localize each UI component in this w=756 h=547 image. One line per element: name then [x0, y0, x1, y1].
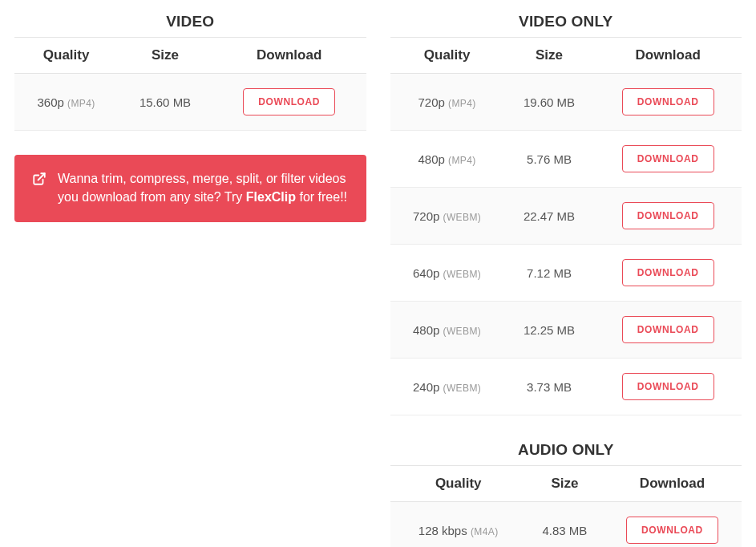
audio-only-title: AUDIO ONLY — [390, 436, 742, 465]
format-label: (WEBM) — [443, 212, 482, 223]
format-label: (WEBM) — [443, 326, 482, 337]
download-button[interactable]: DOWNLOAD — [622, 316, 714, 343]
format-label: (MP4) — [448, 98, 476, 109]
quality-label: 480p — [413, 323, 439, 337]
download-button[interactable]: DOWNLOAD — [243, 88, 335, 115]
quality-label: 720p — [418, 95, 444, 109]
quality-label: 640p — [413, 266, 439, 280]
promo-text: Wanna trim, compress, merge, split, or f… — [58, 169, 349, 206]
format-label: (WEBM) — [443, 269, 482, 280]
external-link-icon — [32, 172, 46, 206]
download-button[interactable]: DOWNLOAD — [622, 88, 714, 115]
col-size: Size — [504, 38, 595, 74]
download-button[interactable]: DOWNLOAD — [622, 202, 714, 229]
table-row: 720p (MP4) 19.60 MB DOWNLOAD — [390, 74, 742, 131]
svg-line-0 — [38, 173, 45, 180]
size-label: 4.83 MB — [527, 502, 603, 548]
table-row: 128 kbps (M4A) 4.83 MB DOWNLOAD — [390, 502, 742, 548]
quality-label: 360p — [38, 95, 64, 109]
quality-label: 480p — [418, 152, 444, 166]
download-button[interactable]: DOWNLOAD — [626, 517, 718, 544]
size-label: 19.60 MB — [504, 74, 595, 131]
video-only-section: VIDEO ONLY Quality Size Download 720p (M… — [390, 8, 742, 415]
format-label: (M4A) — [471, 526, 499, 537]
video-only-table: Quality Size Download 720p (MP4) 19.60 M… — [390, 37, 742, 415]
audio-only-section: AUDIO ONLY Quality Size Download 128 kbp… — [390, 436, 742, 547]
video-title: VIDEO — [14, 8, 366, 37]
quality-label: 720p — [413, 209, 439, 223]
size-label: 15.60 MB — [118, 74, 212, 131]
col-download: Download — [212, 38, 366, 74]
size-label: 5.76 MB — [504, 131, 595, 188]
table-row: 720p (WEBM) 22.47 MB DOWNLOAD — [390, 188, 742, 245]
table-row: 480p (WEBM) 12.25 MB DOWNLOAD — [390, 302, 742, 359]
quality-label: 128 kbps — [418, 524, 467, 537]
audio-only-table: Quality Size Download 128 kbps (M4A) 4.8… — [390, 465, 742, 547]
col-size: Size — [118, 38, 212, 74]
size-label: 3.73 MB — [504, 359, 595, 415]
promo-banner[interactable]: Wanna trim, compress, merge, split, or f… — [14, 155, 366, 222]
download-button[interactable]: DOWNLOAD — [622, 373, 714, 400]
col-quality: Quality — [390, 38, 504, 74]
col-download: Download — [603, 466, 742, 502]
format-label: (MP4) — [448, 155, 476, 166]
col-quality: Quality — [14, 38, 118, 74]
col-size: Size — [527, 466, 603, 502]
quality-label: 240p — [413, 380, 439, 394]
download-button[interactable]: DOWNLOAD — [622, 145, 714, 172]
table-row: 240p (WEBM) 3.73 MB DOWNLOAD — [390, 359, 742, 415]
size-label: 22.47 MB — [504, 188, 595, 245]
table-row: 480p (MP4) 5.76 MB DOWNLOAD — [390, 131, 742, 188]
format-label: (WEBM) — [443, 383, 482, 394]
video-section: VIDEO Quality Size Download 360p (MP4) — [14, 8, 366, 131]
col-quality: Quality — [390, 466, 527, 502]
video-table: Quality Size Download 360p (MP4) 15.60 M… — [14, 37, 366, 131]
table-row: 360p (MP4) 15.60 MB DOWNLOAD — [14, 74, 366, 131]
table-row: 640p (WEBM) 7.12 MB DOWNLOAD — [390, 245, 742, 302]
size-label: 7.12 MB — [504, 245, 595, 302]
download-button[interactable]: DOWNLOAD — [622, 259, 714, 286]
size-label: 12.25 MB — [504, 302, 595, 359]
video-only-title: VIDEO ONLY — [390, 8, 742, 37]
format-label: (MP4) — [67, 98, 95, 109]
col-download: Download — [594, 38, 742, 74]
